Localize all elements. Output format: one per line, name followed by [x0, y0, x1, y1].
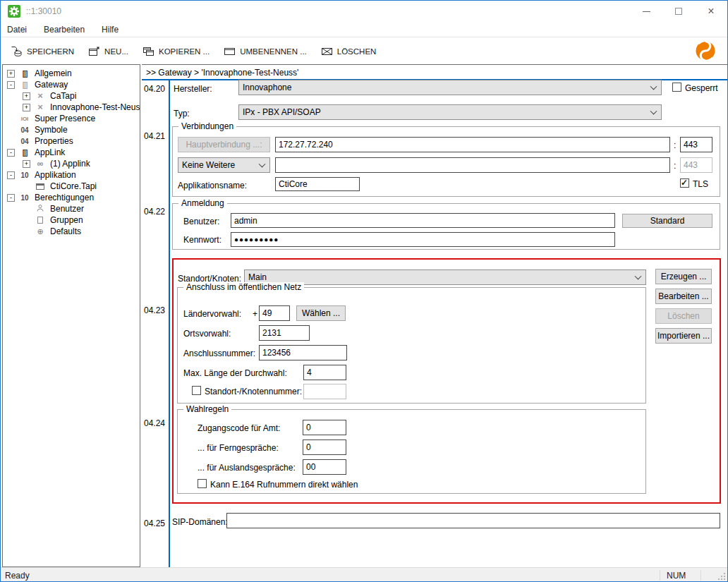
tree-item-benutzer[interactable]: Benutzer	[3, 203, 140, 214]
tree-item-applink-1[interactable]: + ∞ (1) Applink	[3, 158, 140, 169]
link-icon: ∞	[34, 160, 47, 167]
window-icon	[34, 183, 47, 190]
delete-icon	[321, 46, 333, 57]
toolbar: SPEICHERN NEU... KOPIEREN ... UMBENENNEN…	[1, 38, 727, 64]
laendervorwahl-input[interactable]	[259, 305, 290, 321]
sip-domaenen-input[interactable]	[226, 513, 720, 528]
typ-label: Typ:	[174, 109, 190, 119]
num-lock-indicator: NUM	[667, 571, 686, 581]
tree-item-label: Innovaphone-Test-Neuss	[50, 102, 140, 112]
kennwort-input[interactable]	[231, 232, 615, 247]
menu-datei[interactable]: Datei	[7, 25, 27, 35]
number-icon: 04	[18, 138, 31, 145]
durchwahl-input[interactable]	[303, 365, 346, 380]
standort-dropdown[interactable]: Main	[244, 269, 646, 285]
innovaphone-logo	[693, 39, 717, 63]
x-icon: ×	[34, 103, 47, 111]
tree-item-label: Gruppen	[50, 215, 83, 225]
weitere-verbindung-dropdown[interactable]: Keine Weitere	[178, 157, 270, 173]
tree-item-label: Properties	[35, 136, 73, 146]
x-icon: ×	[34, 92, 47, 100]
bearbeiten-button[interactable]: Bearbeiten ...	[655, 289, 712, 304]
applikationsname-input[interactable]	[275, 177, 360, 191]
amt-input[interactable]	[303, 420, 346, 435]
number-icon: 10	[18, 171, 31, 179]
tree-item-symbole[interactable]: 04 Symbole	[3, 124, 140, 135]
status-text: Ready	[5, 571, 30, 581]
tree-item-allgemein[interactable]: + [|] Allgemein	[3, 68, 140, 79]
auslandsgespraeche-label: ... für Auslandsgespräche:	[198, 463, 296, 473]
erzeugen-button[interactable]: Erzeugen ...	[655, 269, 712, 284]
loeschen-button[interactable]: LÖSCHEN	[321, 46, 377, 57]
tree-item-label: Gateway	[35, 80, 68, 90]
host-input[interactable]	[275, 137, 670, 152]
tree-item-defaults[interactable]: ⊕ Defaults	[3, 226, 140, 237]
umbenennen-label: UMBENENNEN ...	[240, 47, 307, 56]
tree-item-super-presence[interactable]: IOI Super Presence	[3, 113, 140, 124]
brackets-icon: [|]	[18, 149, 31, 157]
section-number: 04.24	[142, 418, 167, 428]
tree-item-catapi[interactable]: + × CaTapi	[3, 90, 140, 102]
brackets-icon: [|]	[18, 70, 31, 78]
minimize-icon	[643, 11, 650, 12]
anschlussnummer-input[interactable]	[259, 345, 347, 360]
tls-checkbox[interactable]	[680, 178, 689, 188]
tree-item-cticore-tapi[interactable]: CtiCore.Tapi	[3, 181, 140, 192]
host2-input[interactable]	[275, 157, 670, 173]
tls-label: TLS	[693, 179, 708, 189]
tree-item-innovaphone-test-neuss[interactable]: + × Innovaphone-Test-Neuss	[3, 102, 140, 113]
standard-button[interactable]: Standard	[622, 214, 712, 228]
tree-item-applink[interactable]: - [|] AppLink	[3, 147, 140, 158]
tree-item-label: CtiCore.Tapi	[50, 181, 97, 191]
benutzer-input[interactable]	[231, 213, 615, 228]
tree-item-gateway[interactable]: - [|] Gateway	[3, 79, 140, 90]
close-button[interactable]: ×	[695, 1, 727, 22]
navigation-tree: + [|] Allgemein - [|] Gateway + × CaTapi…	[2, 64, 140, 567]
hersteller-label: Hersteller:	[174, 84, 212, 94]
tree-item-properties[interactable]: 04 Properties	[3, 135, 140, 147]
chevron-down-icon	[650, 108, 657, 115]
importieren-button[interactable]: Importieren ...	[655, 328, 712, 344]
collapse-icon[interactable]: -	[7, 81, 15, 89]
expand-icon[interactable]: +	[7, 70, 15, 78]
window-title: ::1:30010	[26, 6, 61, 16]
tree-item-label: Berechtigungen	[35, 193, 94, 202]
menu-bearbeiten[interactable]: Bearbeiten	[44, 25, 85, 35]
waehlen-button[interactable]: Wählen ...	[296, 305, 346, 321]
collapse-icon[interactable]: -	[7, 149, 15, 157]
expand-icon[interactable]: +	[23, 92, 30, 100]
expand-icon[interactable]: +	[23, 160, 30, 168]
typ-dropdown[interactable]: IPx - PBX API/SOAP	[238, 104, 662, 120]
main-panel: >> Gateway > 'Innovaphone-Test-Neuss' 04…	[142, 64, 728, 567]
ferngespraeche-input[interactable]	[303, 439, 346, 455]
collapse-icon[interactable]: -	[7, 171, 15, 179]
hersteller-dropdown[interactable]: Innovaphone	[238, 80, 662, 95]
app-gear-icon	[8, 5, 20, 18]
expand-icon[interactable]: +	[23, 104, 30, 111]
umbenennen-button[interactable]: UMBENENNEN ...	[224, 46, 307, 57]
section-number: 04.23	[142, 305, 167, 315]
maximize-icon	[675, 8, 682, 15]
port-input[interactable]	[680, 137, 712, 152]
minimize-button[interactable]	[630, 1, 662, 22]
verbindungen-group: Verbindungen Hauptverbindung ...: : Kein…	[172, 126, 720, 197]
tree-item-applikation[interactable]: - 10 Applikation	[3, 169, 140, 181]
ortsvorwahl-input[interactable]	[259, 325, 310, 341]
speichern-button[interactable]: SPEICHERN	[11, 46, 74, 57]
e164-checkbox[interactable]	[198, 479, 207, 488]
menu-hilfe[interactable]: Hilfe	[102, 25, 119, 35]
laendervorwahl-label: Ländervorwahl:	[183, 309, 241, 319]
tree-item-berechtigungen[interactable]: - 10 Berechtigungen	[3, 192, 140, 203]
auslandsgespraeche-input[interactable]	[303, 459, 346, 475]
erzeugen-label: Erzeugen ...	[661, 272, 707, 281]
kopieren-button[interactable]: KOPIEREN ...	[142, 46, 210, 57]
wahlregeln-group: Wahlregeln Zugangscode für Amt: ... für …	[177, 409, 646, 494]
knotennummer-label: Standort-/Knotennummer:	[205, 387, 302, 396]
gesperrt-checkbox[interactable]	[672, 83, 681, 92]
tree-item-gruppen[interactable]: Gruppen	[3, 214, 140, 226]
maximize-button[interactable]	[662, 1, 695, 22]
neu-button[interactable]: NEU...	[88, 46, 128, 57]
resize-grip-icon[interactable]	[718, 573, 725, 580]
knotennummer-checkbox[interactable]	[192, 386, 201, 395]
collapse-icon[interactable]: -	[7, 194, 15, 202]
